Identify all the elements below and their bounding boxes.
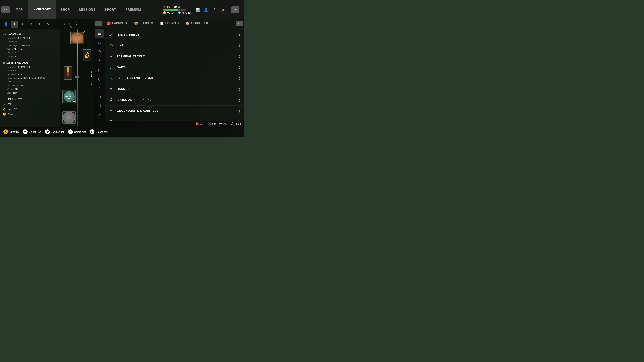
slot-tab-6[interactable]: 6 [53,21,60,28]
groundbaits-cat-icon [108,108,114,114]
scroll-controls: ▲ 10 ▼ [90,70,93,86]
scroll-bar-3 [91,78,92,78]
svg-rect-1 [98,33,101,34]
cat-row-jig-heads[interactable]: JIG HEADS AND JIG BAITS ❯ [105,73,244,84]
terminal-icon: ⬡ [3,102,5,105]
slot-tab-1[interactable]: 1 [11,21,18,28]
bait-name: Bread [8,113,14,116]
backpack-stat: 🎒 2/11 [196,122,204,125]
reel-item: ⚙ Callisto MG 3000 Durability: 28984/308… [3,60,58,96]
lt-button[interactable]: LT [95,21,102,26]
player-name-row: ★ 50 Player [163,5,180,8]
scroll-down-arrow[interactable]: ▼ [90,83,93,86]
svg-point-3 [98,50,100,53]
sidebar-list-icon[interactable] [95,29,104,38]
cat-row-spoon-spinners[interactable]: SPOON AND SPINNERS ❯ [105,95,244,106]
rt-button[interactable]: RT [236,21,243,26]
cat-row-line[interactable]: LINE ❯ [105,40,244,51]
reel-thumbnail[interactable] [62,111,76,123]
sidebar-terminal-icon[interactable] [95,65,104,74]
select-item-action[interactable]: ◎ Select item [90,129,108,134]
reel-ratio: 4.71 [13,69,17,72]
rods-reels-label: RODS & REELS [117,33,238,36]
svg-rect-9 [98,96,100,98]
reel-name: Callisto MG 3000 [6,61,28,64]
svg-line-25 [112,100,112,101]
tab-missions[interactable]: MISSIONS [75,0,100,19]
sidebar-jig-icon[interactable] [95,84,104,92]
sidebar-line-icon[interactable] [95,56,104,65]
baits-cat-label: BAITS [117,66,238,69]
top-icons: 📊 👤 ? ⚙ [192,6,228,13]
sidebar-bait-icon[interactable] [95,75,104,83]
jig-heads-cat-icon [108,75,114,81]
float-thumbnail[interactable] [64,66,72,80]
pin-icon: 📌 [82,31,85,34]
rod-line-weight: 1.5–4.5 kg [20,44,30,46]
baits-cat-icon [108,64,114,70]
select-item-label: Select item [96,130,108,133]
cat-row-outfit-tools[interactable]: OUTFIT & TOOLS ❯ [105,116,244,121]
tab-inventory[interactable]: INVENTORY [28,0,56,19]
reel-recovery: 70 cm [17,73,23,76]
tab-sport[interactable]: SPORT [100,0,121,19]
tab-premium[interactable]: PREMIUM [121,0,146,19]
leaderboard-icon[interactable]: 📊 [194,6,201,13]
rb-button[interactable]: RB [231,6,240,13]
spool-thumbnail[interactable]: S Mono .012" 0.3mm 57 [62,90,76,103]
unequip-action[interactable]: A Unequip [3,129,19,134]
tab-licenses[interactable]: 📋 LICENSES [156,19,182,28]
hook-item: 🪝 Hook #2 [3,106,58,112]
slot-tab-4[interactable]: 4 [36,21,43,28]
cat-row-rods-reels[interactable]: RODS & REELS ❯ [105,29,244,40]
sidebar-extra2-icon[interactable] [95,102,104,110]
slot-tab-2[interactable]: 2 [19,21,26,28]
tab-backpack[interactable]: 🎒 BACKPACK [103,19,131,28]
cat-sidebar: 🎣 [94,28,105,121]
slot-tab-5[interactable]: 5 [44,21,52,28]
bass-jig-cat-label: BASS JIG [117,87,238,91]
cat-row-groundbaits[interactable]: GROUNDBAITS & ADDITIVES ❯ [105,106,244,116]
cat-row-terminal[interactable]: TERMINAL TACKLE ❯ [105,51,244,62]
rod-action: Mod Fast [14,48,23,50]
add-slot-button[interactable]: + [70,21,77,28]
toggle-filter-label: Toggle filter [51,130,64,133]
svg-rect-10 [98,105,100,107]
lb-button[interactable]: LB [1,6,10,13]
scroll-number: 10 [90,79,93,82]
tab-shop[interactable]: SHOP [56,0,75,19]
svg-point-24 [110,98,112,101]
terminal-cat-label: TERMINAL TACKLE [117,55,238,58]
spoon-spinners-cat-label: SPOON AND SPINNERS [117,98,238,102]
sidebar-extra3-icon[interactable] [95,111,104,119]
unequip-label: Unequip [10,130,19,133]
cat-row-bass-jig[interactable]: BASS JIG ❯ [105,84,244,95]
cat-row-baits[interactable]: BAITS ❯ [105,62,244,73]
slot-tab-3[interactable]: 3 [28,21,35,28]
rod-icon: 🎣 [3,32,6,35]
currency-row: 🪙 99704 💎 767739 [163,11,190,14]
help-icon[interactable]: ? [211,6,218,13]
tab-specials[interactable]: 📦 SPECIALS [131,19,156,28]
sidebar-reel-icon[interactable] [95,47,104,56]
slot-tab-7[interactable]: 7 [61,21,68,28]
backpack-stat-value: 2/11 [200,122,204,125]
unequip-btn-icon: A [3,129,8,134]
settings-icon[interactable]: ⚙ [219,6,226,13]
sidebar-extra1-icon[interactable] [95,93,104,101]
rod-durability: 35616/36000 [17,37,30,39]
tab-fishkeeper[interactable]: 🏠 FISHKEEPER [182,19,211,28]
top-nav: LB MAP INVENTORY SHOP MISSIONS SPORT PRE… [0,0,244,19]
xp-fill [163,9,178,10]
svg-point-4 [99,51,100,52]
sidebar-rod-icon[interactable]: 🎣 [95,38,104,47]
select-slot-action[interactable]: ◎ Select slot [68,129,86,134]
toggle-filter-action[interactable]: ✚ Toggle filter [45,129,64,134]
reel-icon: ⚙ [3,61,5,64]
select-rod-action[interactable]: ✚ Select Rod [23,129,41,134]
coin-value: 99704 [167,11,175,14]
tab-map[interactable]: MAP [11,0,28,19]
scroll-up-arrow[interactable]: ▲ [90,70,93,73]
friends-icon[interactable]: 👤 [202,6,209,13]
hook-thumbnail[interactable]: 🪝 [83,49,91,61]
